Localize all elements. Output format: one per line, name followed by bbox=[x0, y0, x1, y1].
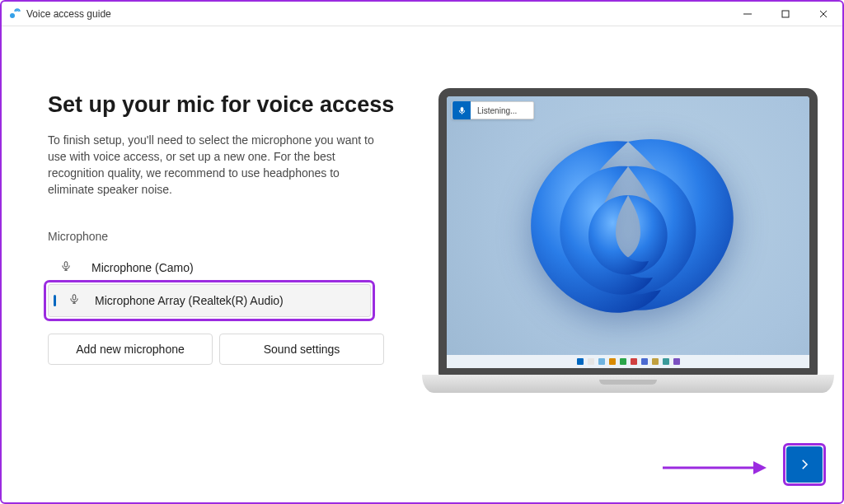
setup-panel: Set up your mic for voice access To fini… bbox=[2, 43, 414, 502]
taskbar-icon bbox=[663, 358, 669, 365]
minimize-icon bbox=[743, 10, 752, 18]
preview-panel: Listening... bbox=[414, 43, 842, 502]
bloom-graphic bbox=[504, 117, 752, 348]
page-description: To finish setup, you'll need to select t… bbox=[48, 133, 386, 198]
app-icon bbox=[8, 7, 21, 21]
taskbar-icon bbox=[577, 358, 584, 365]
minimize-button[interactable] bbox=[729, 2, 767, 26]
voice-access-bar: Listening... bbox=[452, 101, 534, 119]
microphone-option[interactable]: Microphone Array (Realtek(R) Audio) bbox=[48, 284, 371, 317]
page-title: Set up your mic for voice access bbox=[48, 92, 414, 118]
taskbar-icon bbox=[609, 358, 616, 365]
microphone-icon bbox=[60, 260, 72, 274]
taskbar-icon bbox=[588, 358, 594, 365]
svg-rect-6 bbox=[73, 295, 76, 300]
microphone-section-label: Microphone bbox=[48, 230, 414, 243]
svg-rect-7 bbox=[461, 107, 463, 111]
add-microphone-button[interactable]: Add new microphone bbox=[48, 334, 213, 365]
next-button[interactable] bbox=[786, 446, 823, 483]
microphone-option[interactable]: Microphone (Camo) bbox=[48, 251, 414, 284]
sound-settings-button[interactable]: Sound settings bbox=[219, 334, 384, 365]
microphone-option-label: Microphone Array (Realtek(R) Audio) bbox=[95, 294, 284, 307]
taskbar-icon bbox=[652, 358, 659, 365]
taskbar-icon bbox=[673, 358, 680, 365]
taskbar-icon bbox=[598, 358, 605, 365]
taskbar-icon bbox=[631, 358, 637, 365]
microphone-badge-icon bbox=[452, 101, 471, 119]
svg-rect-5 bbox=[64, 262, 68, 267]
desktop-wallpaper: Listening... bbox=[447, 96, 809, 368]
taskbar-icon bbox=[641, 358, 648, 365]
taskbar-icon bbox=[620, 358, 626, 365]
chevron-right-icon bbox=[797, 457, 812, 472]
titlebar: Voice access guide bbox=[2, 2, 842, 26]
microphone-option-label: Microphone (Camo) bbox=[91, 261, 194, 274]
close-button[interactable] bbox=[804, 2, 842, 26]
microphone-icon bbox=[68, 293, 80, 307]
listening-label: Listening... bbox=[471, 106, 533, 115]
window-title: Voice access guide bbox=[26, 8, 111, 20]
window-frame: Voice access guide Set up your mic for v… bbox=[0, 0, 844, 504]
taskbar bbox=[447, 355, 809, 368]
maximize-icon bbox=[781, 10, 790, 18]
close-icon bbox=[819, 10, 828, 18]
svg-rect-2 bbox=[782, 11, 789, 17]
maximize-button[interactable] bbox=[767, 2, 804, 26]
window-controls bbox=[729, 2, 842, 26]
annotation-highlight-selected-mic: Microphone Array (Realtek(R) Audio) bbox=[48, 284, 371, 317]
svg-point-0 bbox=[10, 13, 15, 18]
microphone-list: Microphone (Camo) Microphone Array (Real… bbox=[48, 251, 414, 317]
laptop-mockup: Listening... bbox=[422, 88, 834, 409]
